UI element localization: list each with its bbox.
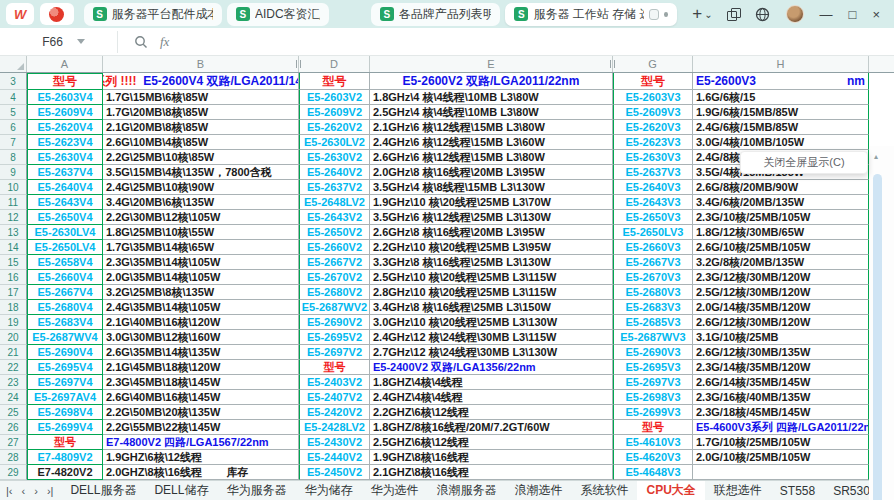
cell-D10[interactable]: E5-2637V2 bbox=[299, 180, 370, 195]
maximize-button[interactable]: □ bbox=[849, 8, 857, 21]
document-tab-4-active[interactable]: S 服务器 工作站 存储 选件 bbox=[505, 3, 677, 26]
row-number-20[interactable]: 20 bbox=[0, 330, 27, 345]
row-number-12[interactable]: 12 bbox=[0, 210, 27, 225]
row-number-6[interactable]: 6 bbox=[0, 120, 27, 135]
cell-D3[interactable]: 型号 bbox=[299, 73, 370, 90]
cell-A13[interactable]: E5-2630LV4 bbox=[27, 225, 103, 240]
column-header-G[interactable]: G bbox=[613, 56, 693, 72]
tab-list-chevron-icon[interactable]: ⌄ bbox=[704, 9, 712, 20]
cell-H4[interactable]: 1.6G/6核/15 bbox=[693, 90, 869, 105]
cell-B4[interactable]: 1.7G\15MB\6核\85W bbox=[103, 90, 299, 105]
row-number-15[interactable]: 15 bbox=[0, 255, 27, 270]
row-number-10[interactable]: 10 bbox=[0, 180, 27, 195]
cell-A5[interactable]: E5-2609V4 bbox=[27, 105, 103, 120]
row-number-16[interactable]: 16 bbox=[0, 270, 27, 285]
cell-A7[interactable]: E5-2623V4 bbox=[27, 135, 103, 150]
cell-B19[interactable]: 2.1G\40MB\16核\120W bbox=[103, 315, 299, 330]
cell-A4[interactable]: E5-2603V4 bbox=[27, 90, 103, 105]
cell-H15[interactable]: 3.2G/8核/20MB/135W bbox=[693, 255, 869, 270]
cell-E21[interactable]: 2.7GHz\12 核\24线程\30MB L3\130W bbox=[370, 345, 613, 360]
cell-G16[interactable]: E5-2670V3 bbox=[613, 270, 693, 285]
cell-B6[interactable]: 2.1G\20MB\8核\85W bbox=[103, 120, 299, 135]
sheet-tab-CPU大全[interactable]: CPU大全 bbox=[637, 481, 704, 500]
cell-D6[interactable]: E5-2620V2 bbox=[299, 120, 370, 135]
cell-B21[interactable]: 2.6G\35MB\14核\135W bbox=[103, 345, 299, 360]
cell-D20[interactable]: E5-2695V2 bbox=[299, 330, 370, 345]
cell-H12[interactable]: 2.3G/10核/25MB/105W bbox=[693, 210, 869, 225]
cell-G21[interactable]: E5-2690V3 bbox=[613, 345, 693, 360]
cell-B17[interactable]: 3.2G\25MB\8核\135W bbox=[103, 285, 299, 300]
cell-D17[interactable]: E5-2680V2 bbox=[299, 285, 370, 300]
cell-E15[interactable]: 3.3GHz\8 核\16线程\25MB L3\130W bbox=[370, 255, 613, 270]
cell-B25[interactable]: 2.2G\50MB\20核\135W bbox=[103, 405, 299, 420]
cell-D26[interactable]: E5-2428LV2 bbox=[299, 420, 370, 435]
fx-icon[interactable]: fx bbox=[160, 34, 169, 50]
row-number-9[interactable]: 9 bbox=[0, 165, 27, 180]
cell-G13[interactable]: E5-2650LV3 bbox=[613, 225, 693, 240]
cell-D27[interactable]: E5-2430V2 bbox=[299, 435, 370, 450]
cell-B29[interactable]: 2.0GHZ\8核\16线程 库存 bbox=[103, 465, 299, 480]
cell-E26[interactable]: 1.8GHZ/8核16线程/20M/7.2GT/60W bbox=[370, 420, 613, 435]
cell-E29[interactable]: 2.1GHZ\8核\16线程 bbox=[370, 465, 613, 480]
cell-E5[interactable]: 2.5GHz\4 核\4线程\10MB L3\80W bbox=[370, 105, 613, 120]
cell-A21[interactable]: E5-2690V4 bbox=[27, 345, 103, 360]
new-tab-button[interactable]: + bbox=[692, 4, 702, 24]
cell-E25[interactable]: 2.2GHZ\6核\12线程 bbox=[370, 405, 613, 420]
cell-A19[interactable]: E5-2683V4 bbox=[27, 315, 103, 330]
cell-H19[interactable]: 2.6G/12核/30MB/120W bbox=[693, 315, 869, 330]
cell-G18[interactable]: E5-2683V3 bbox=[613, 300, 693, 315]
cell-B8[interactable]: 2.2G\25MB\10核\85W bbox=[103, 150, 299, 165]
row-number-17[interactable]: 17 bbox=[0, 285, 27, 300]
first-sheet-icon[interactable]: |‹ bbox=[6, 485, 13, 497]
row-number-8[interactable]: 8 bbox=[0, 150, 27, 165]
cell-D15[interactable]: E5-2667V2 bbox=[299, 255, 370, 270]
close-button[interactable]: × bbox=[872, 8, 880, 21]
row-number-24[interactable]: 24 bbox=[0, 390, 27, 405]
row-number-7[interactable]: 7 bbox=[0, 135, 27, 150]
cell-D18[interactable]: E5-2687WV2 bbox=[299, 300, 370, 315]
cell-E4[interactable]: 1.8GHz\4 核\4线程\10MB L3\80W bbox=[370, 90, 613, 105]
formula-input[interactable] bbox=[169, 28, 894, 55]
row-number-3[interactable]: 3 bbox=[0, 73, 27, 90]
cell-E28[interactable]: 1.9GHZ\8核\16线程 bbox=[370, 450, 613, 465]
cell-H24[interactable]: 2.3G/16核/40MB/135W bbox=[693, 390, 869, 405]
column-header-H[interactable]: H bbox=[693, 56, 869, 72]
cell-H10[interactable]: 2.6G/8核/20MB/90W bbox=[693, 180, 869, 195]
sheet-tab-浪潮服务器[interactable]: 浪潮服务器 bbox=[427, 481, 505, 500]
cell-D23[interactable]: E5-2403V2 bbox=[299, 375, 370, 390]
cell-A26[interactable]: E5-2699V4 bbox=[27, 420, 103, 435]
cell-B11[interactable]: 3.4G\20MB\6核\135W bbox=[103, 195, 299, 210]
cell-E6[interactable]: 2.1GHz\6 核\12线程\15MB L3\80W bbox=[370, 120, 613, 135]
cell-A8[interactable]: E5-2630V4 bbox=[27, 150, 103, 165]
user-avatar[interactable] bbox=[786, 5, 804, 23]
cell-G4[interactable]: E5-2603V3 bbox=[613, 90, 693, 105]
cell-H3[interactable]: E5-2600V3nm bbox=[693, 73, 869, 90]
cell-G8[interactable]: E5-2630V3 bbox=[613, 150, 693, 165]
cell-E8[interactable]: 2.6GHz\6 核\12线程\15MB L3\80W bbox=[370, 150, 613, 165]
row-number-22[interactable]: 22 bbox=[0, 360, 27, 375]
cell-E19[interactable]: 3.0GHz\10 核\20线程\25MB L3\130W bbox=[370, 315, 613, 330]
cell-H17[interactable]: 2.5G/12核/30MB/120W bbox=[693, 285, 869, 300]
cell-E3[interactable]: E5-2600V2 双路/LGA2011/22nm bbox=[370, 73, 613, 90]
cell-B20[interactable]: 3.0G\30MB\12核\160W bbox=[103, 330, 299, 345]
row-number-18[interactable]: 18 bbox=[0, 300, 27, 315]
cell-B27[interactable]: E7-4800V2 四路/LGA1567/22nm bbox=[103, 435, 299, 450]
cell-A9[interactable]: E5-2637V4 bbox=[27, 165, 103, 180]
next-sheet-icon[interactable]: › bbox=[34, 485, 38, 497]
cell-B10[interactable]: 2.4G\25MB\10核\90W bbox=[103, 180, 299, 195]
row-number-21[interactable]: 21 bbox=[0, 345, 27, 360]
cell-G6[interactable]: E5-2620V3 bbox=[613, 120, 693, 135]
sheet-tab-DELL储存[interactable]: DELL储存 bbox=[145, 481, 217, 500]
search-icon[interactable] bbox=[134, 35, 148, 49]
cell-A10[interactable]: E5-2640V4 bbox=[27, 180, 103, 195]
cell-A6[interactable]: E5-2620V4 bbox=[27, 120, 103, 135]
cell-E27[interactable]: 2.5GHZ\6核\12线程 bbox=[370, 435, 613, 450]
row-number-19[interactable]: 19 bbox=[0, 315, 27, 330]
cell-E9[interactable]: 2.0GHz\8 核\16线程\20MB L3\95W bbox=[370, 165, 613, 180]
cell-G22[interactable]: E5-2695V3 bbox=[613, 360, 693, 375]
cell-A12[interactable]: E5-2650V4 bbox=[27, 210, 103, 225]
cell-E14[interactable]: 2.2GHz\10 核\20线程\25MB L3\95W bbox=[370, 240, 613, 255]
cell-D24[interactable]: E5-2407V2 bbox=[299, 390, 370, 405]
cell-H28[interactable]: 2.0G/10核/25MB/105W bbox=[693, 450, 869, 465]
sheet-tab-联想选件[interactable]: 联想选件 bbox=[705, 481, 771, 500]
